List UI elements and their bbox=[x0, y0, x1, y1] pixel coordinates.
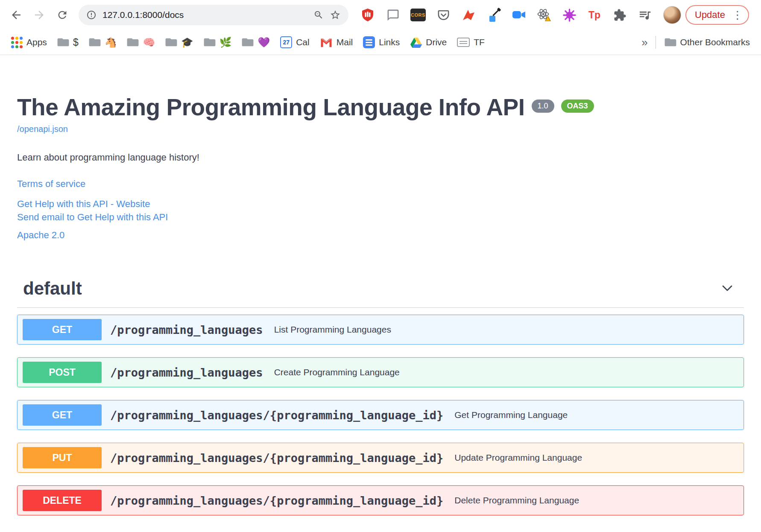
bookmark-tf[interactable]: TF bbox=[452, 37, 490, 47]
apps-shortcut[interactable]: Apps bbox=[6, 37, 52, 48]
section-title: default bbox=[23, 278, 82, 299]
bookmark-links[interactable]: Links bbox=[358, 36, 405, 48]
atom-warning-extension-icon[interactable] bbox=[534, 5, 554, 25]
bookmark-drive[interactable]: Drive bbox=[405, 37, 452, 48]
bookmarks-overflow-chevron[interactable]: » bbox=[637, 36, 652, 49]
pocket-extension-icon[interactable] bbox=[433, 5, 453, 25]
media-list-extension-icon[interactable] bbox=[635, 5, 655, 25]
puzzle-extension-icon[interactable] bbox=[610, 5, 629, 25]
bookmarks-bar: Apps $ 🐴 🧠 🎓 🌿 💜 27 Cal bbox=[0, 30, 761, 55]
forward-arrow-icon bbox=[33, 9, 46, 21]
section-default-header[interactable]: default bbox=[17, 278, 744, 308]
endpoint-get-list[interactable]: GET /programming_languages List Programm… bbox=[17, 315, 744, 345]
url-text[interactable]: 127.0.0.1:8000/docs bbox=[102, 10, 307, 20]
bookmark-folder-herb[interactable]: 🌿 bbox=[199, 37, 237, 48]
bookmark-folder-dollar[interactable]: $ bbox=[52, 37, 84, 48]
purple-flower-extension-icon[interactable] bbox=[559, 5, 579, 25]
browser-toolbar: 127.0.0.1:8000/docs CORS bbox=[0, 0, 761, 30]
endpoint-get-one[interactable]: GET /programming_languages/{programming_… bbox=[17, 400, 744, 430]
profile-avatar[interactable] bbox=[663, 6, 681, 24]
contact-links: Get Help with this API - Website Send em… bbox=[17, 197, 744, 224]
apps-grid-icon bbox=[11, 37, 23, 48]
red-arrow-extension-icon[interactable] bbox=[459, 5, 478, 25]
terms-of-service-link[interactable]: Terms of service bbox=[17, 178, 85, 189]
drive-label: Drive bbox=[426, 37, 447, 47]
video-camera-extension-icon[interactable] bbox=[509, 5, 529, 25]
bookmark-mail[interactable]: Mail bbox=[315, 37, 358, 47]
folder-icon bbox=[57, 37, 69, 47]
cors-extension-icon[interactable]: CORS bbox=[408, 5, 428, 25]
address-bar[interactable]: 127.0.0.1:8000/docs bbox=[79, 5, 348, 25]
page-title: The Amazing Programming Language Info AP… bbox=[17, 94, 525, 121]
endpoint-summary: List Programming Languages bbox=[274, 324, 391, 335]
folder-icon bbox=[242, 37, 254, 47]
method-badge: PUT bbox=[23, 447, 102, 468]
bookmark-folder-brain[interactable]: 🧠 bbox=[122, 37, 160, 48]
tf-label: TF bbox=[474, 37, 485, 47]
folder-icon bbox=[664, 37, 676, 47]
bookmarks-right-group: » Other Bookmarks bbox=[637, 36, 755, 49]
endpoint-summary: Update Programming Language bbox=[454, 453, 582, 463]
reload-button[interactable] bbox=[51, 4, 73, 26]
api-description: Learn about programming language history… bbox=[17, 152, 744, 163]
browser-window: 127.0.0.1:8000/docs CORS bbox=[0, 0, 761, 515]
license-link[interactable]: Apache 2.0 bbox=[17, 230, 64, 240]
endpoint-delete[interactable]: DELETE /programming_languages/{programmi… bbox=[17, 485, 744, 515]
other-bookmarks[interactable]: Other Bookmarks bbox=[659, 37, 755, 47]
extensions-row: CORS Tp bbox=[358, 5, 655, 25]
method-badge: DELETE bbox=[23, 490, 102, 511]
folder-label: $ bbox=[73, 37, 79, 48]
email-help-link[interactable]: Send email to Get Help with this API bbox=[17, 210, 744, 224]
back-arrow-icon bbox=[10, 9, 23, 21]
update-label: Update bbox=[695, 9, 725, 20]
endpoint-summary: Get Programming Language bbox=[454, 410, 568, 420]
folder-icon bbox=[89, 37, 101, 47]
links-icon bbox=[363, 36, 375, 48]
gmail-icon bbox=[320, 37, 333, 47]
endpoint-path: /programming_languages bbox=[110, 366, 263, 379]
bookmark-folder-heart[interactable]: 💜 bbox=[237, 37, 275, 48]
forward-button[interactable] bbox=[28, 4, 50, 26]
folder-label: 🐴 bbox=[105, 37, 117, 48]
tp-label: Tp bbox=[588, 9, 600, 21]
tf-icon bbox=[457, 38, 470, 47]
folder-label: 💜 bbox=[258, 37, 270, 48]
apps-label: Apps bbox=[26, 37, 47, 47]
reload-icon bbox=[56, 9, 68, 21]
endpoint-summary: Create Programming Language bbox=[274, 367, 400, 377]
links-label: Links bbox=[379, 37, 400, 47]
collapse-section-button[interactable] bbox=[715, 282, 740, 296]
chat-bubble-extension-icon[interactable] bbox=[383, 5, 403, 25]
bookmark-folder-graduation[interactable]: 🎓 bbox=[160, 37, 199, 48]
zoom-icon[interactable] bbox=[313, 10, 324, 20]
bookmark-folder-horse[interactable]: 🐴 bbox=[84, 37, 122, 48]
method-badge: POST bbox=[23, 362, 102, 383]
website-help-link[interactable]: Get Help with this API - Website bbox=[17, 197, 744, 210]
version-badge: 1.0 bbox=[532, 99, 554, 113]
menu-kebab-icon[interactable]: ⋮ bbox=[732, 9, 743, 20]
bookmark-calendar[interactable]: 27 Cal bbox=[275, 36, 315, 48]
folder-icon bbox=[127, 37, 139, 47]
bookmark-star-icon[interactable] bbox=[330, 9, 341, 20]
update-button[interactable]: Update ⋮ bbox=[685, 5, 749, 25]
back-button[interactable] bbox=[5, 4, 27, 26]
drive-icon bbox=[410, 37, 422, 48]
cors-label: CORS bbox=[410, 9, 426, 21]
hand-blocker-extension-icon[interactable] bbox=[358, 5, 378, 25]
calendar-label: Cal bbox=[296, 37, 310, 47]
endpoint-post-create[interactable]: POST /programming_languages Create Progr… bbox=[17, 357, 744, 387]
site-info-icon[interactable] bbox=[86, 10, 97, 20]
eyedropper-extension-icon[interactable] bbox=[484, 5, 503, 25]
endpoint-path: /programming_languages/{programming_lang… bbox=[110, 409, 443, 422]
folder-icon bbox=[165, 37, 177, 47]
folder-icon bbox=[204, 37, 216, 47]
tp-extension-icon[interactable]: Tp bbox=[585, 5, 604, 25]
openapi-json-link[interactable]: /openapi.json bbox=[17, 124, 68, 134]
method-badge: GET bbox=[23, 319, 102, 340]
endpoint-put-update[interactable]: PUT /programming_languages/{programming_… bbox=[17, 443, 744, 473]
oas3-badge: OAS3 bbox=[561, 99, 594, 113]
folder-label: 🌿 bbox=[220, 37, 232, 48]
other-bookmarks-label: Other Bookmarks bbox=[680, 37, 750, 47]
api-title-row: The Amazing Programming Language Info AP… bbox=[17, 94, 744, 121]
endpoint-summary: Delete Programming Language bbox=[454, 495, 579, 506]
